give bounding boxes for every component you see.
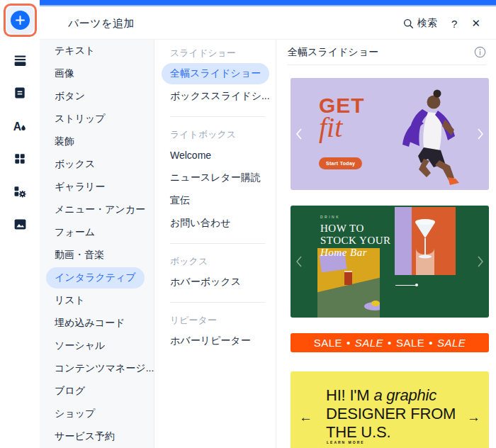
chevron-left-icon bbox=[295, 128, 303, 140]
media-icon[interactable] bbox=[11, 215, 28, 233]
slideshow-preview-fitness[interactable]: GET fit Start Today bbox=[291, 78, 489, 190]
installed-apps-icon[interactable] bbox=[11, 183, 28, 200]
editor-left-toolbar: A bbox=[0, 0, 40, 448]
category-item-form[interactable]: フォーム bbox=[40, 221, 154, 244]
category-item-interactive-selected[interactable]: インタラクティブ bbox=[40, 267, 154, 289]
category-list: テキスト 画像 ボタン ストリップ 装飾 ボックス ギャラリー メニュー・アンカ… bbox=[40, 40, 154, 448]
homebar-tag: DRINK bbox=[320, 215, 391, 219]
preview-panel: 全幅スライドショー GET f bbox=[276, 40, 496, 448]
group-divider bbox=[170, 116, 265, 117]
homebar-line1: HOW TO bbox=[320, 223, 391, 235]
subitem-promotion[interactable]: 宣伝 bbox=[154, 189, 276, 212]
category-item-image[interactable]: 画像 bbox=[40, 62, 154, 85]
homebar-arrow bbox=[395, 285, 417, 286]
category-item-shop[interactable]: ショップ bbox=[40, 403, 154, 425]
category-item-strip[interactable]: ストリップ bbox=[40, 108, 154, 130]
designer-line1a: HI! I'M bbox=[326, 386, 373, 404]
group-title-slideshow: スライドショー bbox=[154, 44, 276, 62]
add-elements-button[interactable] bbox=[6, 6, 34, 34]
category-item-video-music[interactable]: 動画・音楽 bbox=[40, 244, 154, 267]
category-item-bookings[interactable]: サービス予約 bbox=[40, 425, 154, 448]
homebar-line2: STOCK YOUR bbox=[320, 235, 391, 247]
slideshow-preview-sale[interactable]: SALE•SALE•SALE•SALE bbox=[291, 333, 489, 352]
panel-title: パーツを追加 bbox=[68, 17, 135, 30]
help-button[interactable]: ? bbox=[451, 18, 457, 30]
group-divider bbox=[170, 243, 265, 244]
panel-header: パーツを追加 検索 ? ✕ bbox=[40, 8, 496, 40]
preview-scroll-area[interactable]: GET fit Start Today DRINK HOW TO STOCK Y… bbox=[291, 65, 489, 448]
fitness-cta-button: Start Today bbox=[319, 157, 362, 169]
search-icon bbox=[403, 18, 414, 29]
designer-line2: DESIGNER FROM bbox=[326, 405, 456, 423]
category-item-button[interactable]: ボタン bbox=[40, 85, 154, 108]
fitness-text-block: GET fit bbox=[319, 95, 365, 142]
designer-text-block: HI! I'M a graphic DESIGNER FROM THE U.S. bbox=[326, 386, 456, 442]
designer-line3: THE U.S. bbox=[326, 423, 456, 442]
subitem-hover-repeater[interactable]: ホバーリピーター bbox=[154, 330, 276, 352]
arrow-right-icon: → bbox=[467, 410, 480, 425]
search-button[interactable]: 検索 bbox=[403, 17, 437, 30]
subcategory-list: スライドショー 全幅スライドショー ボックススライドシ... ライトボックス W… bbox=[154, 40, 276, 448]
group-divider bbox=[170, 302, 265, 303]
homebar-text-block: DRINK HOW TO STOCK YOUR Home Bar bbox=[320, 215, 391, 259]
category-item-gallery[interactable]: ギャラリー bbox=[40, 176, 154, 198]
subitem-box-slideshow[interactable]: ボックススライドシ... bbox=[154, 85, 276, 108]
category-item-blog[interactable]: ブログ bbox=[40, 380, 154, 403]
svg-text:A: A bbox=[13, 121, 21, 133]
close-button[interactable]: ✕ bbox=[471, 17, 480, 30]
pages-icon[interactable] bbox=[11, 84, 28, 101]
arrow-left-icon: ← bbox=[299, 410, 312, 425]
app-market-icon[interactable] bbox=[11, 150, 28, 167]
homebar-line3: Home Bar bbox=[320, 247, 391, 259]
info-icon[interactable] bbox=[474, 46, 486, 58]
add-section-icon[interactable] bbox=[11, 52, 28, 69]
slideshow-preview-homebar[interactable]: DRINK HOW TO STOCK YOUR Home Bar bbox=[291, 206, 489, 318]
group-title-lightbox: ライトボックス bbox=[154, 125, 276, 144]
category-item-text[interactable]: テキスト bbox=[40, 40, 154, 62]
site-design-icon[interactable]: A bbox=[11, 118, 28, 135]
chevron-right-icon bbox=[477, 255, 484, 268]
preview-header: 全幅スライドショー bbox=[288, 40, 486, 65]
category-item-box[interactable]: ボックス bbox=[40, 153, 154, 176]
homebar-photo-cocktail bbox=[395, 207, 456, 275]
subitem-fullwidth-slideshow-selected[interactable]: 全幅スライドショー bbox=[154, 62, 276, 85]
plus-icon bbox=[11, 11, 30, 30]
group-title-repeater: リピーター bbox=[154, 311, 276, 330]
subitem-newsletter[interactable]: ニュースレター購読 bbox=[154, 167, 276, 189]
category-item-embed-code[interactable]: 埋め込みコード bbox=[40, 312, 154, 335]
subitem-hover-box[interactable]: ホバーボックス bbox=[154, 271, 276, 293]
subitem-welcome[interactable]: Welcome bbox=[154, 144, 276, 167]
search-label: 検索 bbox=[417, 17, 437, 30]
editor-top-bar bbox=[40, 0, 496, 6]
chevron-left-icon bbox=[295, 255, 303, 268]
group-title-box: ボックス bbox=[154, 252, 276, 271]
subitem-contact[interactable]: お問い合わせ bbox=[154, 212, 276, 235]
designer-line1b: a graphic bbox=[373, 386, 436, 404]
slideshow-preview-designer[interactable]: HI! I'M a graphic DESIGNER FROM THE U.S.… bbox=[291, 371, 489, 448]
category-item-decorative[interactable]: 装飾 bbox=[40, 130, 154, 153]
chevron-right-icon bbox=[477, 128, 484, 140]
fitness-subheading: fit bbox=[319, 113, 365, 142]
category-item-social[interactable]: ソーシャル bbox=[40, 335, 154, 357]
category-item-list[interactable]: リスト bbox=[40, 289, 154, 312]
category-item-menu-anchor[interactable]: メニュー・アンカー bbox=[40, 198, 154, 221]
category-item-content-manager[interactable]: コンテンツマネージ... bbox=[40, 357, 154, 380]
designer-cta: LEARN MORE bbox=[327, 440, 365, 444]
preview-title: 全幅スライドショー bbox=[288, 46, 378, 59]
runner-illustration bbox=[374, 81, 487, 189]
